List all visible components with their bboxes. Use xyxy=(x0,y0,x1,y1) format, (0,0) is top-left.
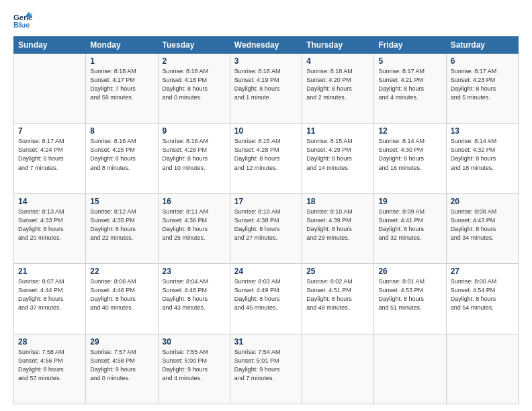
day-cell: 22Sunrise: 8:06 AM Sunset: 4:46 PM Dayli… xyxy=(86,264,158,334)
day-cell: 28Sunrise: 7:58 AM Sunset: 4:56 PM Dayli… xyxy=(14,334,86,404)
day-info: Sunrise: 8:03 AM Sunset: 4:49 PM Dayligh… xyxy=(234,277,298,312)
day-number: 3 xyxy=(234,56,298,66)
week-row-5: 28Sunrise: 7:58 AM Sunset: 4:56 PM Dayli… xyxy=(14,334,519,404)
day-number: 17 xyxy=(234,197,298,206)
day-number: 21 xyxy=(18,267,81,276)
day-cell: 17Sunrise: 8:10 AM Sunset: 4:38 PM Dayli… xyxy=(230,193,302,263)
day-cell: 24Sunrise: 8:03 AM Sunset: 4:49 PM Dayli… xyxy=(230,264,302,334)
day-info: Sunrise: 8:17 AM Sunset: 4:23 PM Dayligh… xyxy=(451,67,514,102)
day-number: 28 xyxy=(18,337,81,347)
day-number: 5 xyxy=(378,56,441,66)
day-cell: 25Sunrise: 8:02 AM Sunset: 4:51 PM Dayli… xyxy=(302,264,374,334)
logo: General Blue xyxy=(13,11,35,30)
day-cell: 4Sunrise: 8:18 AM Sunset: 4:20 PM Daylig… xyxy=(302,54,374,124)
day-info: Sunrise: 8:16 AM Sunset: 4:25 PM Dayligh… xyxy=(90,137,153,172)
day-info: Sunrise: 8:13 AM Sunset: 4:33 PM Dayligh… xyxy=(18,208,81,242)
calendar-table: SundayMondayTuesdayWednesdayThursdayFrid… xyxy=(13,36,519,404)
weekday-header-monday: Monday xyxy=(86,37,158,54)
day-number: 31 xyxy=(234,337,298,347)
day-info: Sunrise: 8:18 AM Sunset: 4:18 PM Dayligh… xyxy=(163,67,226,102)
week-row-4: 21Sunrise: 8:07 AM Sunset: 4:44 PM Dayli… xyxy=(14,264,519,334)
day-number: 19 xyxy=(378,197,441,206)
day-number: 8 xyxy=(90,126,153,136)
day-info: Sunrise: 8:12 AM Sunset: 4:35 PM Dayligh… xyxy=(90,208,153,242)
day-number: 22 xyxy=(90,267,153,276)
day-cell: 29Sunrise: 7:57 AM Sunset: 4:58 PM Dayli… xyxy=(86,334,158,404)
header: General Blue xyxy=(13,11,519,30)
day-cell: 10Sunrise: 8:15 AM Sunset: 4:28 PM Dayli… xyxy=(230,124,302,193)
day-info: Sunrise: 7:57 AM Sunset: 4:58 PM Dayligh… xyxy=(90,348,153,383)
day-number: 26 xyxy=(378,267,441,276)
day-number: 25 xyxy=(306,267,369,276)
day-info: Sunrise: 8:07 AM Sunset: 4:44 PM Dayligh… xyxy=(18,277,81,312)
day-info: Sunrise: 8:18 AM Sunset: 4:19 PM Dayligh… xyxy=(234,67,298,102)
day-info: Sunrise: 8:17 AM Sunset: 4:24 PM Dayligh… xyxy=(18,137,81,172)
day-number: 6 xyxy=(451,56,514,66)
page: General Blue SundayMondayTuesdayWednesda… xyxy=(0,0,532,411)
weekday-header-friday: Friday xyxy=(374,37,446,54)
day-cell: 7Sunrise: 8:17 AM Sunset: 4:24 PM Daylig… xyxy=(14,124,86,193)
day-info: Sunrise: 8:17 AM Sunset: 4:21 PM Dayligh… xyxy=(378,67,441,102)
day-number: 10 xyxy=(234,126,298,136)
day-info: Sunrise: 7:58 AM Sunset: 4:56 PM Dayligh… xyxy=(18,348,81,383)
day-cell: 5Sunrise: 8:17 AM Sunset: 4:21 PM Daylig… xyxy=(374,54,446,124)
day-number: 14 xyxy=(18,197,81,206)
day-cell: 9Sunrise: 8:16 AM Sunset: 4:26 PM Daylig… xyxy=(158,124,230,193)
day-info: Sunrise: 8:09 AM Sunset: 4:41 PM Dayligh… xyxy=(378,208,441,242)
day-info: Sunrise: 8:10 AM Sunset: 4:39 PM Dayligh… xyxy=(306,208,369,242)
day-cell: 21Sunrise: 8:07 AM Sunset: 4:44 PM Dayli… xyxy=(14,264,86,334)
day-info: Sunrise: 8:14 AM Sunset: 4:32 PM Dayligh… xyxy=(451,137,514,172)
day-cell: 14Sunrise: 8:13 AM Sunset: 4:33 PM Dayli… xyxy=(14,193,86,263)
day-number: 12 xyxy=(378,126,441,136)
day-info: Sunrise: 8:02 AM Sunset: 4:51 PM Dayligh… xyxy=(306,277,369,312)
day-number: 18 xyxy=(306,197,369,206)
day-number: 4 xyxy=(306,56,369,66)
day-cell: 15Sunrise: 8:12 AM Sunset: 4:35 PM Dayli… xyxy=(86,193,158,263)
day-number: 15 xyxy=(90,197,153,206)
logo-icon: General Blue xyxy=(13,11,32,30)
day-number: 20 xyxy=(451,197,514,206)
week-row-1: 1Sunrise: 8:18 AM Sunset: 4:17 PM Daylig… xyxy=(14,54,519,124)
day-number: 16 xyxy=(163,197,226,206)
day-info: Sunrise: 8:18 AM Sunset: 4:20 PM Dayligh… xyxy=(306,67,369,102)
day-number: 13 xyxy=(451,126,514,136)
day-number: 29 xyxy=(90,337,153,347)
day-cell: 23Sunrise: 8:04 AM Sunset: 4:48 PM Dayli… xyxy=(158,264,230,334)
day-cell: 26Sunrise: 8:01 AM Sunset: 4:53 PM Dayli… xyxy=(374,264,446,334)
weekday-header-sunday: Sunday xyxy=(14,37,86,54)
day-number: 11 xyxy=(306,126,369,136)
weekday-header-wednesday: Wednesday xyxy=(230,37,302,54)
day-number: 27 xyxy=(451,267,514,276)
weekday-header-thursday: Thursday xyxy=(302,37,374,54)
day-cell: 13Sunrise: 8:14 AM Sunset: 4:32 PM Dayli… xyxy=(446,124,518,193)
day-info: Sunrise: 8:01 AM Sunset: 4:53 PM Dayligh… xyxy=(378,277,441,312)
week-row-3: 14Sunrise: 8:13 AM Sunset: 4:33 PM Dayli… xyxy=(14,193,519,263)
day-number: 1 xyxy=(90,56,153,66)
day-cell: 1Sunrise: 8:18 AM Sunset: 4:17 PM Daylig… xyxy=(86,54,158,124)
day-cell: 2Sunrise: 8:18 AM Sunset: 4:18 PM Daylig… xyxy=(158,54,230,124)
day-cell: 11Sunrise: 8:15 AM Sunset: 4:29 PM Dayli… xyxy=(302,124,374,193)
day-cell xyxy=(374,334,446,404)
day-cell: 16Sunrise: 8:11 AM Sunset: 4:36 PM Dayli… xyxy=(158,193,230,263)
day-info: Sunrise: 7:54 AM Sunset: 5:01 PM Dayligh… xyxy=(234,348,298,383)
day-number: 23 xyxy=(163,267,226,276)
weekday-header-tuesday: Tuesday xyxy=(158,37,230,54)
day-info: Sunrise: 8:10 AM Sunset: 4:38 PM Dayligh… xyxy=(234,208,298,242)
day-number: 2 xyxy=(163,56,226,66)
day-number: 9 xyxy=(163,126,226,136)
day-cell: 6Sunrise: 8:17 AM Sunset: 4:23 PM Daylig… xyxy=(446,54,518,124)
day-number: 30 xyxy=(163,337,226,347)
day-number: 24 xyxy=(234,267,298,276)
day-info: Sunrise: 8:18 AM Sunset: 4:17 PM Dayligh… xyxy=(90,67,153,102)
day-cell: 19Sunrise: 8:09 AM Sunset: 4:41 PM Dayli… xyxy=(374,193,446,263)
day-cell: 27Sunrise: 8:00 AM Sunset: 4:54 PM Dayli… xyxy=(446,264,518,334)
day-cell xyxy=(14,54,86,124)
day-cell: 12Sunrise: 8:14 AM Sunset: 4:30 PM Dayli… xyxy=(374,124,446,193)
day-cell: 30Sunrise: 7:55 AM Sunset: 5:00 PM Dayli… xyxy=(158,334,230,404)
day-cell xyxy=(446,334,518,404)
day-number: 7 xyxy=(18,126,81,136)
day-info: Sunrise: 8:04 AM Sunset: 4:48 PM Dayligh… xyxy=(163,277,226,312)
weekday-header-row: SundayMondayTuesdayWednesdayThursdayFrid… xyxy=(14,37,519,54)
week-row-2: 7Sunrise: 8:17 AM Sunset: 4:24 PM Daylig… xyxy=(14,124,519,193)
day-cell: 3Sunrise: 8:18 AM Sunset: 4:19 PM Daylig… xyxy=(230,54,302,124)
